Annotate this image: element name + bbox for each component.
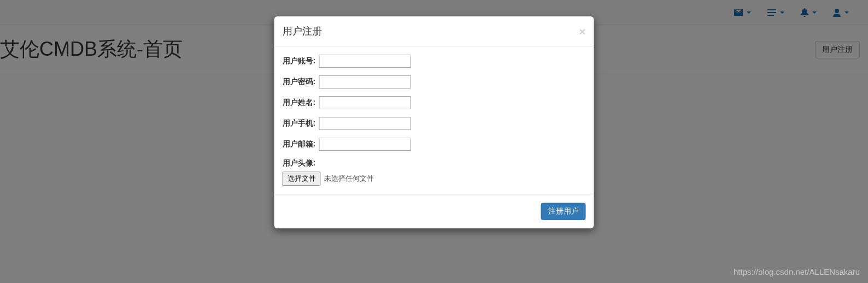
modal-body: 用户账号: 用户密码: 用户姓名: 用户手机: 用户邮箱: 用户头像: 选择文件… (274, 46, 594, 194)
account-input[interactable] (319, 55, 410, 68)
email-input[interactable] (319, 138, 410, 151)
modal-title: 用户注册 (283, 25, 322, 38)
modal-header: 用户注册 × (274, 16, 594, 46)
password-input[interactable] (319, 75, 410, 89)
watermark: https://blog.csdn.net/ALLENsakaru (734, 267, 860, 276)
phone-label: 用户手机: (283, 119, 316, 128)
password-label: 用户密码: (283, 77, 316, 87)
file-status: 未选择任何文件 (324, 174, 374, 184)
modal-footer: 注册用户 (274, 194, 594, 228)
name-label: 用户姓名: (283, 98, 316, 108)
close-icon: × (579, 25, 585, 38)
name-input[interactable] (319, 96, 410, 109)
phone-input[interactable] (319, 117, 410, 130)
register-modal: 用户注册 × 用户账号: 用户密码: 用户姓名: 用户手机: 用户邮箱: 用户头… (274, 16, 594, 228)
email-label: 用户邮箱: (283, 139, 316, 149)
account-label: 用户账号: (283, 56, 316, 66)
choose-file-button[interactable]: 选择文件 (283, 172, 321, 186)
avatar-label: 用户头像: (283, 158, 586, 168)
close-button[interactable]: × (579, 26, 585, 37)
submit-button[interactable]: 注册用户 (541, 203, 586, 220)
